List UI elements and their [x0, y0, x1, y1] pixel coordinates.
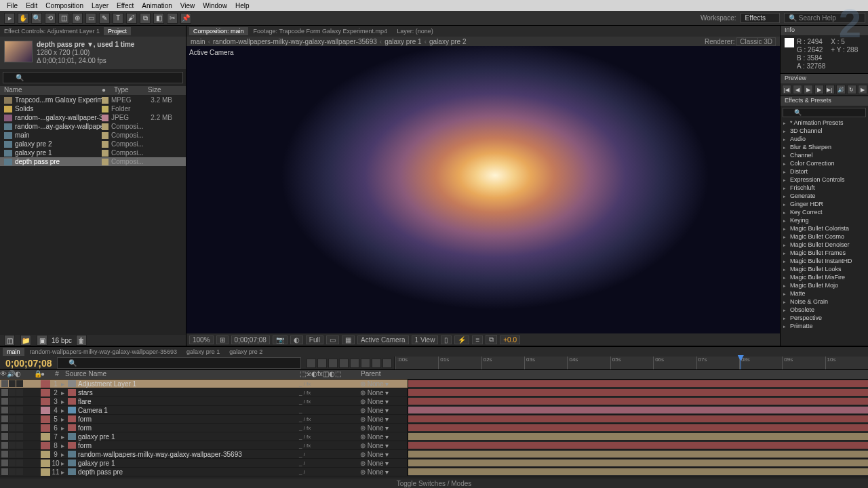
visibility-toggle[interactable]	[1, 451, 8, 458]
frame-blend-icon[interactable]	[339, 359, 349, 368]
parent-dropdown[interactable]: ⊚ None ▾	[360, 380, 408, 388]
new-comp-icon[interactable]: ▣	[37, 335, 47, 346]
channel-icon[interactable]: ◐	[290, 336, 303, 344]
timeline-icon[interactable]: ≡	[472, 336, 483, 344]
twirl-arrow[interactable]: ▸	[61, 468, 68, 476]
layer-duration-bar[interactable]	[408, 468, 868, 475]
menu-window[interactable]: Window	[199, 2, 231, 9]
project-item[interactable]: mainComposi...	[0, 131, 186, 140]
tab-layer[interactable]: Layer: (none)	[393, 27, 437, 35]
solo-toggle[interactable]	[16, 451, 23, 458]
timeline-layer[interactable]: 5▸form_ / fx⊚ None ▾	[0, 415, 868, 424]
effect-category[interactable]: Magic Bullet Colorista	[781, 225, 868, 233]
twirl-arrow[interactable]: ▸	[61, 424, 68, 432]
layer-duration-bar[interactable]	[408, 407, 868, 413]
time-display[interactable]: 0;00;07;08	[231, 336, 270, 344]
label-color[interactable]	[102, 159, 108, 165]
composition-canvas[interactable]: Active Camera	[186, 46, 780, 333]
twirl-arrow[interactable]: ▸	[61, 460, 68, 467]
timeline-tab[interactable]: random-wallpapers-milky-way-galaxy-wallp…	[26, 348, 182, 356]
layer-duration-bar[interactable]	[408, 415, 868, 422]
layer-duration-bar[interactable]	[408, 442, 868, 449]
renderer-dropdown[interactable]: Classic 3D	[736, 37, 776, 46]
search-help-input[interactable]: 🔍 Search Help	[784, 13, 865, 23]
effect-category[interactable]: Distort	[781, 168, 868, 176]
layer-label-color[interactable]	[41, 398, 50, 405]
resolution-dropdown[interactable]: Full	[306, 336, 323, 344]
audio-toggle[interactable]	[9, 433, 16, 440]
effect-category[interactable]: * Animation Presets	[781, 119, 868, 127]
solo-toggle[interactable]	[16, 407, 23, 413]
twirl-arrow[interactable]: ▸	[61, 442, 68, 449]
layer-switches[interactable]: _ / fx	[299, 390, 360, 396]
fast-preview-icon[interactable]: ⚡	[454, 336, 469, 344]
solo-toggle[interactable]	[16, 433, 23, 440]
visibility-toggle[interactable]	[1, 380, 8, 387]
layer-duration-bar[interactable]	[408, 424, 868, 431]
timeline-layer[interactable]: 11▸depth pass pre_ /⊚ None ▾	[0, 468, 868, 476]
layer-switches[interactable]: _ / fx	[299, 425, 360, 431]
solo-toggle[interactable]	[16, 460, 23, 466]
shy-icon[interactable]	[328, 359, 338, 368]
delete-icon[interactable]: 🗑	[76, 335, 87, 346]
parent-dropdown[interactable]: ⊚ None ▾	[360, 468, 408, 476]
effect-category[interactable]: Obsolete	[781, 306, 868, 314]
timeline-tab[interactable]: galaxy pre 1	[182, 348, 224, 356]
flowchart-icon[interactable]: ⧉	[486, 335, 497, 344]
brush-tool[interactable]: 🖌	[126, 13, 137, 24]
layer-switches[interactable]: _ /	[299, 469, 360, 475]
hand-tool[interactable]: ✋	[18, 13, 28, 24]
visibility-toggle[interactable]	[1, 389, 8, 396]
parent-dropdown[interactable]: ⊚ None ▾	[360, 398, 408, 405]
breadcrumb-item[interactable]: random-wallpapers-milky-way-galaxy-wallp…	[213, 38, 377, 45]
layer-label-color[interactable]	[41, 442, 50, 449]
visibility-toggle[interactable]	[1, 407, 8, 413]
layer-label-color[interactable]	[41, 380, 50, 388]
audio-toggle[interactable]	[9, 424, 16, 431]
pixel-aspect-icon[interactable]: ▯	[441, 336, 452, 344]
solo-toggle[interactable]	[16, 442, 23, 449]
effect-category[interactable]: Key Correct	[781, 209, 868, 217]
brainstorm-icon[interactable]	[361, 359, 370, 368]
solo-toggle[interactable]	[16, 415, 23, 422]
clone-tool[interactable]: ⧉	[140, 13, 151, 24]
twirl-arrow[interactable]: ▸	[61, 451, 68, 458]
layer-switches[interactable]: _ / fx	[299, 443, 360, 449]
project-item[interactable]: depth pass preComposi...	[0, 157, 186, 166]
roi-icon[interactable]: ▭	[326, 336, 339, 344]
project-column-headers[interactable]: Name●TypeSize	[0, 86, 186, 96]
toggle-switches-button[interactable]: Toggle Switches / Modes	[397, 480, 472, 487]
effect-category[interactable]: Magic Bullet Cosmo	[781, 233, 868, 241]
audio-toggle[interactable]	[9, 407, 16, 413]
effect-category[interactable]: Primatte	[781, 323, 868, 331]
effect-category[interactable]: Expression Controls	[781, 176, 868, 184]
audio-toggle[interactable]	[9, 389, 16, 396]
next-frame-button[interactable]: ▶	[814, 85, 824, 94]
visibility-toggle[interactable]	[1, 415, 8, 422]
effect-category[interactable]: Color Correction	[781, 160, 868, 168]
twirl-arrow[interactable]: ▸	[61, 398, 68, 405]
label-color[interactable]	[102, 115, 108, 121]
visibility-toggle[interactable]	[1, 398, 8, 405]
effect-category[interactable]: 3D Channel	[781, 127, 868, 136]
effect-category[interactable]: Magic Bullet Frames	[781, 249, 868, 258]
layer-switches[interactable]: _ / fx	[299, 399, 360, 405]
bpc-toggle[interactable]: 16 bpc	[52, 337, 72, 344]
effect-category[interactable]: Keying	[781, 217, 868, 225]
solo-toggle[interactable]	[16, 468, 23, 475]
effect-category[interactable]: Blur & Sharpen	[781, 144, 868, 152]
parent-dropdown[interactable]: ⊚ None ▾	[360, 389, 408, 396]
effect-category[interactable]: Magic Bullet Looks	[781, 266, 868, 274]
label-color[interactable]	[102, 132, 108, 139]
layer-switches[interactable]: _	[299, 407, 360, 413]
camera-dropdown[interactable]: Active Camera	[357, 336, 409, 344]
timeline-layer[interactable]: 9▸random-wallpapers-milky-way-galaxy-wal…	[0, 450, 868, 459]
breadcrumb-item[interactable]: galaxy pre 2	[429, 38, 466, 45]
ram-preview-button[interactable]: ▶	[858, 85, 867, 94]
timeline-search-input[interactable]: 🔍	[57, 357, 301, 369]
layer-switches[interactable]: _ /	[299, 451, 360, 458]
view-dropdown[interactable]: 1 View	[412, 336, 439, 344]
effect-category[interactable]: Noise & Grain	[781, 298, 868, 306]
workspace-dropdown[interactable]: Effects	[741, 13, 780, 23]
solo-toggle[interactable]	[16, 380, 23, 387]
